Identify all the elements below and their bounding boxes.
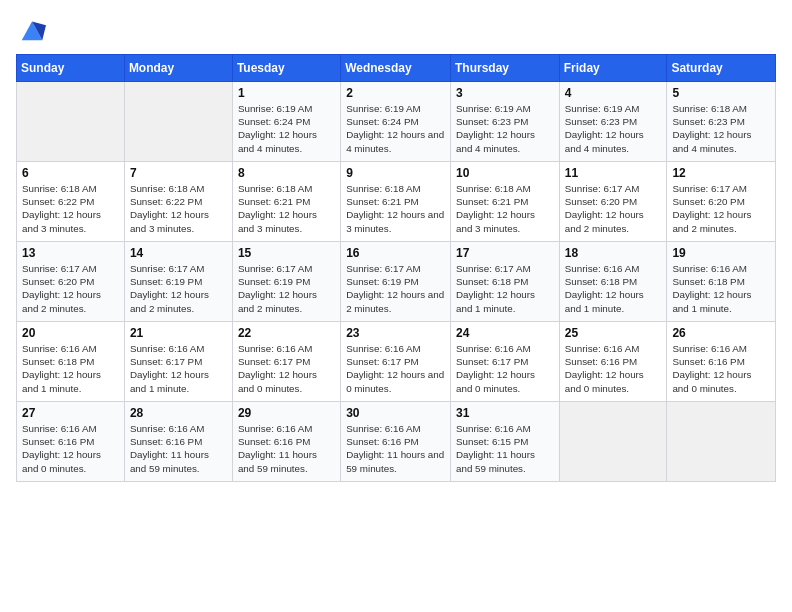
calendar-day-cell: 28 Sunrise: 6:16 AM Sunset: 6:16 PM Dayl… [124, 402, 232, 482]
calendar-body: 1 Sunrise: 6:19 AM Sunset: 6:24 PM Dayli… [17, 82, 776, 482]
day-number: 25 [565, 326, 662, 340]
day-info: Sunrise: 6:16 AM Sunset: 6:17 PM Dayligh… [238, 343, 317, 394]
day-number: 30 [346, 406, 445, 420]
calendar-day-cell: 2 Sunrise: 6:19 AM Sunset: 6:24 PM Dayli… [341, 82, 451, 162]
calendar-day-cell: 25 Sunrise: 6:16 AM Sunset: 6:16 PM Dayl… [559, 322, 667, 402]
day-info: Sunrise: 6:17 AM Sunset: 6:20 PM Dayligh… [672, 183, 751, 234]
day-info: Sunrise: 6:18 AM Sunset: 6:23 PM Dayligh… [672, 103, 751, 154]
calendar-day-cell: 18 Sunrise: 6:16 AM Sunset: 6:18 PM Dayl… [559, 242, 667, 322]
day-info: Sunrise: 6:18 AM Sunset: 6:22 PM Dayligh… [130, 183, 209, 234]
day-number: 10 [456, 166, 554, 180]
calendar-week-row: 27 Sunrise: 6:16 AM Sunset: 6:16 PM Dayl… [17, 402, 776, 482]
day-number: 16 [346, 246, 445, 260]
calendar-day-cell: 12 Sunrise: 6:17 AM Sunset: 6:20 PM Dayl… [667, 162, 776, 242]
calendar-day-cell: 27 Sunrise: 6:16 AM Sunset: 6:16 PM Dayl… [17, 402, 125, 482]
day-info: Sunrise: 6:18 AM Sunset: 6:21 PM Dayligh… [238, 183, 317, 234]
day-info: Sunrise: 6:17 AM Sunset: 6:19 PM Dayligh… [130, 263, 209, 314]
calendar-day-cell: 4 Sunrise: 6:19 AM Sunset: 6:23 PM Dayli… [559, 82, 667, 162]
day-info: Sunrise: 6:16 AM Sunset: 6:17 PM Dayligh… [130, 343, 209, 394]
calendar-day-cell: 21 Sunrise: 6:16 AM Sunset: 6:17 PM Dayl… [124, 322, 232, 402]
day-number: 5 [672, 86, 770, 100]
day-info: Sunrise: 6:19 AM Sunset: 6:23 PM Dayligh… [456, 103, 535, 154]
day-info: Sunrise: 6:17 AM Sunset: 6:18 PM Dayligh… [456, 263, 535, 314]
day-info: Sunrise: 6:16 AM Sunset: 6:16 PM Dayligh… [22, 423, 101, 474]
calendar-day-cell: 6 Sunrise: 6:18 AM Sunset: 6:22 PM Dayli… [17, 162, 125, 242]
calendar-week-row: 20 Sunrise: 6:16 AM Sunset: 6:18 PM Dayl… [17, 322, 776, 402]
day-info: Sunrise: 6:16 AM Sunset: 6:15 PM Dayligh… [456, 423, 535, 474]
calendar-day-cell: 13 Sunrise: 6:17 AM Sunset: 6:20 PM Dayl… [17, 242, 125, 322]
day-number: 1 [238, 86, 335, 100]
day-number: 7 [130, 166, 227, 180]
day-number: 26 [672, 326, 770, 340]
calendar-day-cell: 29 Sunrise: 6:16 AM Sunset: 6:16 PM Dayl… [232, 402, 340, 482]
weekday-header: Sunday [17, 55, 125, 82]
calendar-day-cell: 5 Sunrise: 6:18 AM Sunset: 6:23 PM Dayli… [667, 82, 776, 162]
weekday-header: Thursday [451, 55, 560, 82]
page-header [16, 16, 776, 44]
weekday-header: Friday [559, 55, 667, 82]
day-info: Sunrise: 6:17 AM Sunset: 6:20 PM Dayligh… [565, 183, 644, 234]
day-number: 21 [130, 326, 227, 340]
calendar-week-row: 1 Sunrise: 6:19 AM Sunset: 6:24 PM Dayli… [17, 82, 776, 162]
day-number: 12 [672, 166, 770, 180]
day-number: 6 [22, 166, 119, 180]
calendar-day-cell: 15 Sunrise: 6:17 AM Sunset: 6:19 PM Dayl… [232, 242, 340, 322]
day-info: Sunrise: 6:19 AM Sunset: 6:24 PM Dayligh… [346, 103, 444, 154]
day-info: Sunrise: 6:16 AM Sunset: 6:16 PM Dayligh… [672, 343, 751, 394]
calendar-day-cell: 10 Sunrise: 6:18 AM Sunset: 6:21 PM Dayl… [451, 162, 560, 242]
calendar-day-cell: 14 Sunrise: 6:17 AM Sunset: 6:19 PM Dayl… [124, 242, 232, 322]
calendar-day-cell: 22 Sunrise: 6:16 AM Sunset: 6:17 PM Dayl… [232, 322, 340, 402]
day-info: Sunrise: 6:19 AM Sunset: 6:24 PM Dayligh… [238, 103, 317, 154]
day-info: Sunrise: 6:16 AM Sunset: 6:18 PM Dayligh… [22, 343, 101, 394]
calendar-day-cell: 9 Sunrise: 6:18 AM Sunset: 6:21 PM Dayli… [341, 162, 451, 242]
logo-icon [18, 16, 46, 44]
day-info: Sunrise: 6:19 AM Sunset: 6:23 PM Dayligh… [565, 103, 644, 154]
day-number: 17 [456, 246, 554, 260]
day-info: Sunrise: 6:18 AM Sunset: 6:22 PM Dayligh… [22, 183, 101, 234]
weekday-header: Wednesday [341, 55, 451, 82]
weekday-header: Tuesday [232, 55, 340, 82]
day-info: Sunrise: 6:16 AM Sunset: 6:17 PM Dayligh… [456, 343, 535, 394]
calendar-day-cell: 3 Sunrise: 6:19 AM Sunset: 6:23 PM Dayli… [451, 82, 560, 162]
calendar-day-cell: 24 Sunrise: 6:16 AM Sunset: 6:17 PM Dayl… [451, 322, 560, 402]
weekday-header: Monday [124, 55, 232, 82]
calendar-day-cell: 23 Sunrise: 6:16 AM Sunset: 6:17 PM Dayl… [341, 322, 451, 402]
day-info: Sunrise: 6:16 AM Sunset: 6:17 PM Dayligh… [346, 343, 444, 394]
day-info: Sunrise: 6:16 AM Sunset: 6:16 PM Dayligh… [346, 423, 444, 474]
calendar-day-cell: 20 Sunrise: 6:16 AM Sunset: 6:18 PM Dayl… [17, 322, 125, 402]
day-number: 24 [456, 326, 554, 340]
day-number: 15 [238, 246, 335, 260]
day-number: 28 [130, 406, 227, 420]
day-number: 9 [346, 166, 445, 180]
day-info: Sunrise: 6:17 AM Sunset: 6:19 PM Dayligh… [346, 263, 444, 314]
day-number: 27 [22, 406, 119, 420]
calendar-week-row: 13 Sunrise: 6:17 AM Sunset: 6:20 PM Dayl… [17, 242, 776, 322]
day-number: 23 [346, 326, 445, 340]
calendar-day-cell [17, 82, 125, 162]
day-number: 13 [22, 246, 119, 260]
day-info: Sunrise: 6:17 AM Sunset: 6:20 PM Dayligh… [22, 263, 101, 314]
day-number: 31 [456, 406, 554, 420]
day-info: Sunrise: 6:16 AM Sunset: 6:16 PM Dayligh… [238, 423, 317, 474]
day-number: 11 [565, 166, 662, 180]
calendar-day-cell: 30 Sunrise: 6:16 AM Sunset: 6:16 PM Dayl… [341, 402, 451, 482]
calendar-day-cell: 7 Sunrise: 6:18 AM Sunset: 6:22 PM Dayli… [124, 162, 232, 242]
day-number: 18 [565, 246, 662, 260]
calendar-day-cell: 11 Sunrise: 6:17 AM Sunset: 6:20 PM Dayl… [559, 162, 667, 242]
logo [16, 16, 46, 44]
day-info: Sunrise: 6:16 AM Sunset: 6:18 PM Dayligh… [672, 263, 751, 314]
calendar-header: SundayMondayTuesdayWednesdayThursdayFrid… [17, 55, 776, 82]
day-number: 14 [130, 246, 227, 260]
day-number: 20 [22, 326, 119, 340]
calendar-day-cell [667, 402, 776, 482]
day-info: Sunrise: 6:16 AM Sunset: 6:16 PM Dayligh… [565, 343, 644, 394]
day-number: 19 [672, 246, 770, 260]
calendar-day-cell: 8 Sunrise: 6:18 AM Sunset: 6:21 PM Dayli… [232, 162, 340, 242]
day-number: 22 [238, 326, 335, 340]
calendar-day-cell: 19 Sunrise: 6:16 AM Sunset: 6:18 PM Dayl… [667, 242, 776, 322]
day-number: 4 [565, 86, 662, 100]
weekday-row: SundayMondayTuesdayWednesdayThursdayFrid… [17, 55, 776, 82]
day-info: Sunrise: 6:18 AM Sunset: 6:21 PM Dayligh… [456, 183, 535, 234]
day-number: 29 [238, 406, 335, 420]
day-info: Sunrise: 6:18 AM Sunset: 6:21 PM Dayligh… [346, 183, 444, 234]
